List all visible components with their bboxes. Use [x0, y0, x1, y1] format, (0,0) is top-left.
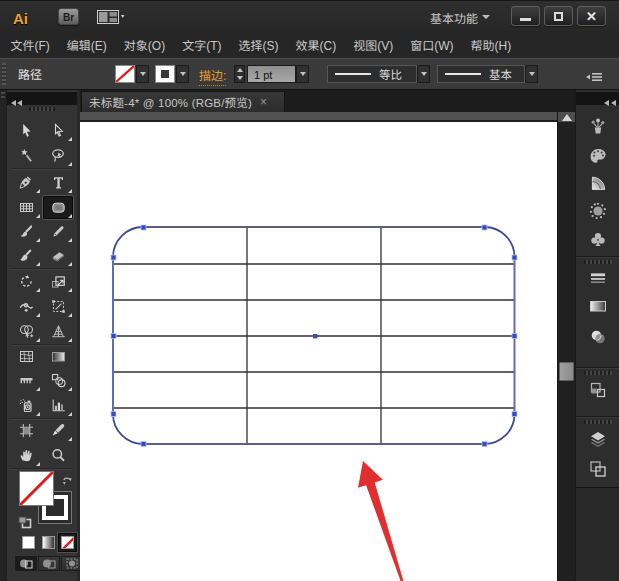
- tool-artb[interactable]: [11, 419, 41, 442]
- swap-fill-stroke-icon[interactable]: [61, 473, 74, 490]
- stroke-weight-caret[interactable]: [296, 65, 309, 83]
- panel-icon-styles[interactable]: [587, 379, 609, 401]
- collapse-chevron-icon: [17, 100, 22, 106]
- document-tab[interactable]: 未标题-4* @ 100% (RGB/预览) ×: [81, 91, 285, 112]
- control-bar-grip[interactable]: [2, 63, 6, 85]
- tool-shapeb[interactable]: [11, 320, 41, 343]
- stroke-color-control[interactable]: [155, 65, 189, 83]
- panel-icon-club[interactable]: [587, 229, 609, 251]
- default-fill-stroke-icon[interactable]: [18, 515, 32, 532]
- panel-icon-artbs[interactable]: [587, 458, 609, 480]
- dock-separator: [576, 416, 619, 417]
- flyout-triangle-icon: [68, 189, 72, 193]
- vertical-scrollbar[interactable]: [557, 112, 575, 581]
- none-button[interactable]: [58, 533, 77, 552]
- tool-ruler[interactable]: [11, 369, 41, 392]
- menu-item-6[interactable]: 视图(V): [345, 31, 402, 58]
- workspace-caret-icon: [482, 15, 490, 19]
- panel-icon-ring[interactable]: [587, 200, 609, 222]
- tool-width[interactable]: [11, 295, 41, 318]
- stroke-weight-label[interactable]: 描边:: [199, 64, 226, 86]
- menu-item-8[interactable]: 帮助(H): [462, 31, 520, 58]
- tool-blob[interactable]: [11, 244, 41, 267]
- tab-close-icon[interactable]: ×: [260, 97, 267, 107]
- width-profile-dropdown[interactable]: 等比: [327, 65, 417, 83]
- menu-item-7[interactable]: 窗口(W): [402, 31, 462, 58]
- tool-spray[interactable]: [11, 394, 41, 417]
- tools-panel-header[interactable]: [7, 92, 77, 105]
- panel-icon-fan[interactable]: [587, 172, 609, 194]
- stroke-weight-stepper[interactable]: [234, 65, 245, 83]
- shapeb-tool-icon: [19, 324, 34, 339]
- panel-icon-layers[interactable]: [587, 428, 609, 450]
- tool-ftrans[interactable]: [43, 295, 73, 318]
- type-tool-icon: [51, 175, 66, 190]
- menu-item-3[interactable]: 文字(T): [174, 31, 230, 58]
- tool-hand[interactable]: [11, 444, 41, 467]
- panel-icon-palette[interactable]: [587, 145, 609, 167]
- tool-rrect[interactable]: [43, 196, 73, 219]
- tool-lasso[interactable]: [43, 144, 73, 167]
- close-button[interactable]: ✕: [577, 6, 606, 26]
- tool-mesh[interactable]: [11, 345, 41, 368]
- fill-swatch-caret[interactable]: [136, 65, 149, 83]
- minimize-button[interactable]: [511, 6, 540, 26]
- tool-zoom[interactable]: [43, 444, 73, 467]
- width-profile-preview: [335, 73, 371, 75]
- bridge-button[interactable]: Br: [58, 8, 79, 25]
- scrollbar-top-button[interactable]: [558, 112, 576, 122]
- draw-behind-button[interactable]: [38, 556, 60, 571]
- menu-item-4[interactable]: 选择(S): [230, 31, 287, 58]
- dock-group-grip[interactable]: [584, 420, 612, 424]
- tool-eraser[interactable]: [43, 244, 73, 267]
- panel-icon-plant[interactable]: [587, 116, 609, 138]
- panel-icon-strokes[interactable]: [587, 268, 609, 290]
- canvas-area[interactable]: [80, 112, 557, 581]
- gradient-button[interactable]: [39, 533, 58, 552]
- tool-wand[interactable]: [11, 144, 41, 167]
- tools-panel-grip[interactable]: [29, 107, 55, 111]
- draw-normal-button[interactable]: [15, 556, 37, 571]
- dock-group-grip[interactable]: [584, 371, 612, 375]
- panel-icon-transp[interactable]: [587, 326, 609, 348]
- dock-separator: [576, 256, 619, 257]
- tool-rotate[interactable]: [11, 270, 41, 293]
- tool-blend[interactable]: [43, 369, 73, 392]
- tool-grad[interactable]: [43, 345, 73, 368]
- tool-scale[interactable]: [43, 270, 73, 293]
- tool-slice[interactable]: [43, 419, 73, 442]
- menu-item-1[interactable]: 编辑(E): [58, 31, 115, 58]
- maximize-button[interactable]: [544, 6, 573, 26]
- panel-icon-gradsw[interactable]: [587, 295, 609, 317]
- tool-pen[interactable]: [11, 171, 41, 194]
- dock-group-grip[interactable]: [584, 260, 612, 264]
- menu-item-0[interactable]: 文件(F): [2, 31, 58, 58]
- tool-brush[interactable]: [11, 220, 41, 243]
- tool-persp[interactable]: [43, 320, 73, 343]
- control-panel-menu-button[interactable]: [585, 69, 603, 86]
- brush-definition-caret[interactable]: [525, 65, 538, 83]
- scale-tool-icon: [51, 274, 66, 289]
- right-dock-header[interactable]: [576, 92, 619, 105]
- tool-chart[interactable]: [43, 394, 73, 417]
- stroke-weight-input[interactable]: 1 pt: [247, 65, 296, 83]
- menu-item-2[interactable]: 对象(O): [115, 31, 173, 58]
- color-button[interactable]: [19, 533, 38, 552]
- tool-dsel[interactable]: [43, 119, 73, 142]
- tool-type[interactable]: [43, 171, 73, 194]
- dock-strip-grip[interactable]: [1, 92, 5, 98]
- width-profile-caret[interactable]: [417, 65, 430, 83]
- brush-definition-dropdown[interactable]: 基本: [437, 65, 525, 83]
- fill-swatch-none-icon: [115, 65, 135, 83]
- tool-sel[interactable]: [11, 119, 41, 142]
- workspace-switcher[interactable]: 基本功能: [430, 9, 478, 26]
- tool-grid[interactable]: [11, 196, 41, 219]
- fill-color-control[interactable]: [115, 65, 149, 83]
- fill-proxy[interactable]: [19, 471, 54, 506]
- stroke-swatch-caret[interactable]: [176, 65, 189, 83]
- tool-pencil[interactable]: [43, 220, 73, 243]
- arrange-documents-button[interactable]: [97, 10, 127, 28]
- menu-item-5[interactable]: 效果(C): [287, 31, 345, 58]
- artwork-layer: [80, 112, 557, 581]
- scrollbar-thumb[interactable]: [559, 362, 574, 381]
